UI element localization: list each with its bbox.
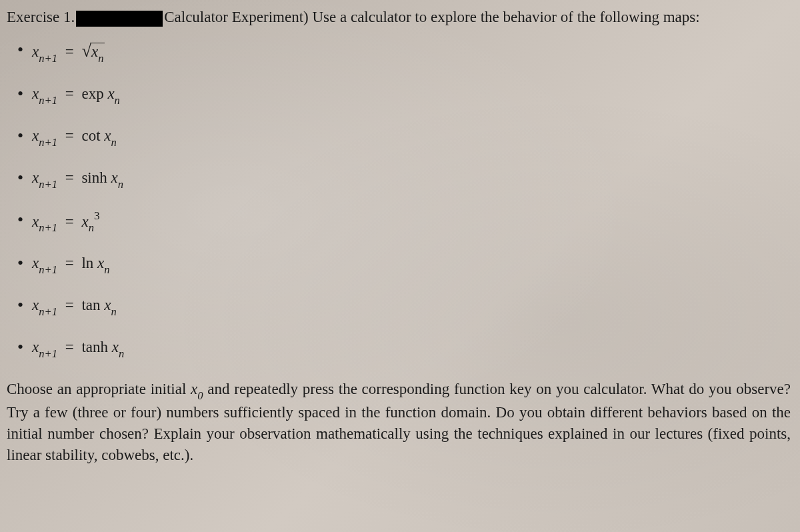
x0-var: x — [191, 381, 197, 397]
footer-p1: Choose an appropriate initial — [7, 381, 191, 397]
list-item: xn+1 = tanh xn — [32, 337, 791, 360]
exercise-header: Exercise 1.Calculator Experiment) Use a … — [7, 7, 791, 27]
list-item: xn+1 = cot xn — [32, 125, 791, 149]
map-list: xn+1 = √xn xn+1 = exp xn xn+1 = cot xn x… — [7, 39, 791, 360]
footer-text: Choose an appropriate initial x0 and rep… — [7, 379, 791, 466]
x0-sub: 0 — [197, 389, 203, 402]
title-paren: Calculator Experiment) — [164, 9, 309, 25]
list-item: xn+1 = √xn — [32, 39, 791, 65]
list-item: xn+1 = exp xn — [32, 83, 791, 107]
list-item: xn+1 = sinh xn — [32, 167, 791, 191]
list-item: xn+1 = xn3 — [32, 209, 791, 235]
list-item: xn+1 = tan xn — [32, 295, 791, 318]
list-item: xn+1 = ln xn — [32, 253, 791, 276]
redacted-bar — [76, 11, 163, 27]
intro-text: Use a calculator to explore the behavior… — [312, 9, 699, 25]
exercise-number: Exercise 1. — [7, 9, 75, 25]
